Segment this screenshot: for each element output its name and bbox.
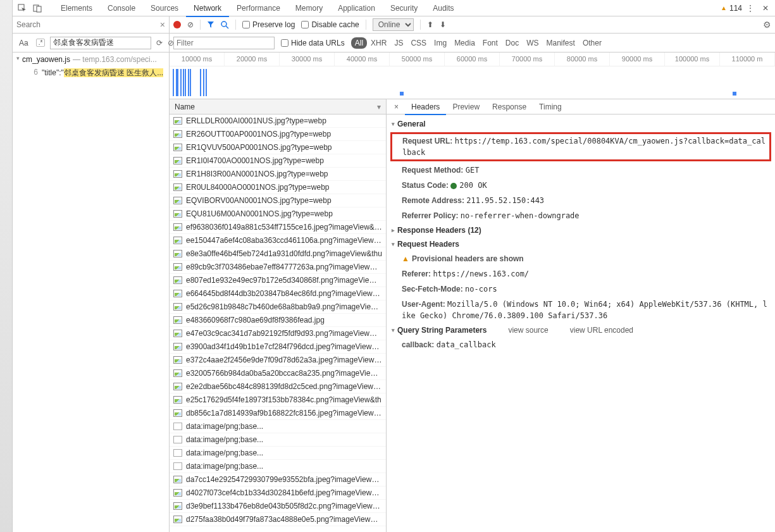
request-row[interactable]: ER1QVUV500AP0001NOS.jpg?type=webp [170,141,386,154]
section-query-string[interactable]: Query String Parametersview sourceview U… [387,323,775,337]
preserve-log-checkbox[interactable]: Preserve log [242,20,295,29]
request-list-header[interactable]: Name▾ [170,99,386,114]
filter-type-font[interactable]: Font [479,37,502,49]
request-row[interactable]: e25c17629d5f4fe18973f153bb78384c.png?ima… [170,393,386,407]
network-timeline[interactable]: 10000 ms20000 ms30000 ms40000 ms50000 ms… [170,53,775,99]
search-result-line[interactable]: 6 "title":"邻桌食客发病昏迷 医生救人... [13,66,169,80]
filter-type-css[interactable]: CSS [407,37,430,49]
devtools-panel: ElementsConsoleSourcesNetworkPerformance… [13,0,775,532]
filter-type-doc[interactable]: Doc [502,37,523,49]
request-row[interactable]: e89cb9c3f703486ebae7eff84777263a.png?ima… [170,261,386,274]
tab-sources[interactable]: Sources [143,1,186,16]
settings-icon[interactable]: ⚙ [763,20,771,30]
detail-tab-response[interactable]: Response [486,100,533,114]
tab-audits[interactable]: Audits [425,1,461,16]
view-source-link[interactable]: view source [508,326,548,335]
detail-tab-timing[interactable]: Timing [533,100,568,114]
request-row[interactable]: e372c4aae2f2456e9de7f09d78d62a3a.jpeg?im… [170,354,386,367]
request-row[interactable]: e47e03c9cac341d7ab92192f5fdf9d93.png?ima… [170,327,386,340]
request-row[interactable]: db856c1a7d814939af9b168822fc8156.jpeg?im… [170,407,386,420]
clear-search-icon[interactable]: × [160,20,165,30]
request-row[interactable]: e807ed1e932e49ec97b172e5d340868f.png?ima… [170,274,386,287]
filter-type-ws[interactable]: WS [523,37,542,49]
search-icon[interactable] [221,21,229,29]
filter-type-other[interactable]: Other [579,37,605,49]
close-detail-icon[interactable]: × [390,102,402,111]
close-icon[interactable]: ✕ [759,1,772,15]
throttle-select[interactable]: Online [373,18,414,31]
search-result-file[interactable]: cm_yaowen.js — temp.163.com/speci... [13,53,169,66]
request-row[interactable]: data:image/png;base... [170,460,386,473]
request-row[interactable]: ee150447a6ef4c08aba363ccd461106a.png?ima… [170,234,386,247]
filter-icon[interactable] [207,21,214,28]
section-response-headers[interactable]: Response Headers (12) [387,223,775,237]
image-file-icon [173,383,182,390]
request-row[interactable]: ER26OUTT00AP0001NOS.jpg?type=webp [170,128,386,141]
record-button[interactable] [173,21,181,28]
tab-performance[interactable]: Performance [229,1,288,16]
search-input[interactable] [16,20,156,29]
tab-security[interactable]: Security [383,1,425,16]
separator [200,20,201,30]
request-row[interactable]: da7cc14e29254729930799e93552bfa.jpeg?ima… [170,473,386,486]
timeline-tick: 60000 ms [445,53,500,66]
clear-icon[interactable]: ⊘ [187,20,194,29]
device-toggle-icon[interactable] [30,1,44,15]
svg-point-3 [221,22,226,27]
request-row[interactable]: e32005766b984da0ba5a20bccac8a235.png?ima… [170,367,386,380]
request-row[interactable]: ER1H8I3R00AN0001NOS.jpg?type=webp [170,168,386,181]
request-row[interactable]: e3900ad34f1d49b1b1e7cf284f796dcd.jpeg?im… [170,340,386,354]
filter-type-img[interactable]: Img [430,37,450,49]
request-row[interactable]: d4027f073cef4cb1b334d302841b6efd.jpeg?im… [170,486,386,500]
tab-console[interactable]: Console [100,1,143,16]
filter-type-xhr[interactable]: XHR [367,37,390,49]
more-icon[interactable]: ⋮ [743,1,757,15]
filter-type-media[interactable]: Media [450,37,479,49]
section-general[interactable]: General [387,117,775,131]
request-row[interactable]: ef9638036f0149a881c534ff7155ce16.jpeg?im… [170,221,386,234]
tab-elements[interactable]: Elements [53,1,100,16]
filter-type-manifest[interactable]: Manifest [543,37,579,49]
request-row[interactable]: d3e9bef1133b476eb8de043b505f8d2c.png?ima… [170,500,386,513]
case-sensitive-toggle[interactable]: Aa [16,37,31,49]
tab-network[interactable]: Network [186,1,229,17]
disable-cache-checkbox[interactable]: Disable cache [301,20,359,29]
tab-application[interactable]: Application [330,1,383,16]
request-row[interactable]: data:image/png;base... [170,420,386,433]
filter-input[interactable] [173,37,275,49]
timeline-tick: 40000 ms [335,53,390,66]
request-row[interactable]: data:image/png;base... [170,433,386,447]
request-row[interactable]: d275faa38b0d49f79fa873ac4888e0e5.png?ima… [170,513,386,526]
request-row[interactable]: e2e2dbae56bc484c898139fd8d2c5ced.png?ima… [170,380,386,393]
request-name: d275faa38b0d49f79fa873ac4888e0e5.png?ima… [186,515,382,524]
inspect-icon[interactable] [15,1,29,15]
detail-tab-preview[interactable]: Preview [446,100,486,114]
request-row[interactable]: e8e3a0ffe46b4f5eb724d1a931d0fdfd.png?ima… [170,247,386,261]
request-row[interactable]: e5d26c981b9848c7b460de68a8bab9a9.png?ima… [170,300,386,314]
filter-type-js[interactable]: JS [390,37,407,49]
request-row[interactable]: EQVIBORV00AN0001NOS.jpg?type=webp [170,194,386,207]
warning-count[interactable]: 114 [721,4,742,13]
devtools-main-tabs: ElementsConsoleSourcesNetworkPerformance… [13,0,775,16]
request-row[interactable]: EQU81U6M00AN0001NOS.jpg?type=webp [170,207,386,221]
request-row[interactable]: data:image/png;base... [170,447,386,460]
detail-tab-headers[interactable]: Headers [405,100,446,115]
search-query-input[interactable] [50,37,151,49]
image-file-icon [173,237,182,244]
request-detail: × HeadersPreviewResponseTiming General R… [387,99,775,532]
request-row[interactable]: ER0UL84000AO0001NOS.jpg?type=webp [170,181,386,194]
download-har-icon[interactable]: ⬇ [440,20,446,29]
upload-har-icon[interactable]: ⬆ [427,20,433,29]
view-url-encoded-link[interactable]: view URL encoded [570,326,633,335]
request-row[interactable]: e483660968f7c980ae69df8f9386fead.jpg [170,314,386,327]
timeline-tick: 50000 ms [390,53,445,66]
hide-data-urls-checkbox[interactable]: Hide data URLs [281,39,345,47]
filter-type-all[interactable]: All [351,37,367,49]
refresh-icon[interactable]: ⟳ [156,39,163,47]
request-row[interactable]: e664645bd8f44db3b203847b84ec86fd.png?ima… [170,287,386,300]
request-row[interactable]: ER1I0I4700AO0001NOS.jpg?type=webp [170,154,386,168]
section-request-headers[interactable]: Request Headers [387,237,775,251]
tab-memory[interactable]: Memory [288,1,330,16]
regex-toggle[interactable]: .* [36,39,46,47]
request-row[interactable]: ERLLDLR000AI0001NUS.jpg?type=webp [170,114,386,128]
